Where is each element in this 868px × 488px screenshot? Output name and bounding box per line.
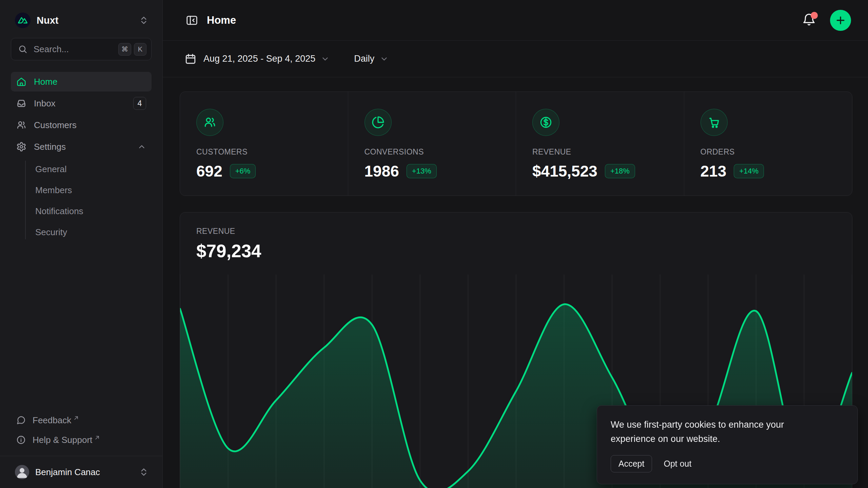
sidebar-item-label: Settings xyxy=(34,142,137,152)
chevron-up-icon xyxy=(137,142,146,151)
plus-icon xyxy=(835,15,846,26)
gear-icon xyxy=(16,142,26,152)
stat-icon-badge xyxy=(364,109,392,136)
avatar xyxy=(15,465,29,479)
opt-out-button[interactable]: Opt out xyxy=(664,459,691,469)
user-name: Benjamin Canac xyxy=(35,467,139,477)
sidebar-item-security[interactable]: Security xyxy=(35,222,152,243)
date-range-picker[interactable]: Aug 21, 2025 - Sep 4, 2025 xyxy=(184,53,330,65)
kbd-cmd: ⌘ xyxy=(118,43,131,56)
stat-revenue[interactable]: REVENUE $415,523 +18% xyxy=(516,92,684,196)
kbd-k: K xyxy=(134,43,146,56)
revenue-chart-total: $79,234 xyxy=(196,241,836,261)
revenue-chart-header: REVENUE $79,234 xyxy=(180,212,852,261)
header: Home xyxy=(163,0,868,41)
pie-chart-icon xyxy=(372,116,384,129)
sidebar-item-settings[interactable]: Settings xyxy=(11,137,152,157)
home-icon xyxy=(16,77,26,87)
notifications-button[interactable] xyxy=(802,13,818,28)
chevron-down-icon xyxy=(321,55,330,63)
sidebar-item-label: Home xyxy=(34,77,146,87)
stat-label: ORDERS xyxy=(701,147,836,157)
chevron-down-icon xyxy=(380,55,389,63)
sidebar-item-label: Inbox xyxy=(34,98,133,109)
sidebar-item-label: Customers xyxy=(34,120,146,130)
add-button[interactable] xyxy=(830,10,851,31)
search-placeholder: Search... xyxy=(34,44,116,55)
stat-icon-badge xyxy=(532,109,559,136)
stat-value: 1986 xyxy=(364,162,399,180)
user-strip: Benjamin Canac xyxy=(0,456,162,488)
feedback-link[interactable]: Feedback xyxy=(11,410,152,430)
accept-button[interactable]: Accept xyxy=(611,455,652,472)
sidebar-footer: Feedback Help & Support Benjamin Canac xyxy=(11,410,152,488)
sidebar: Nuxt Search... ⌘ K Home Inbox 4 Customer… xyxy=(0,0,163,488)
stat-value: 692 xyxy=(196,162,222,180)
stat-delta-badge: +18% xyxy=(605,164,635,178)
sidebar-item-customers[interactable]: Customers xyxy=(11,115,152,135)
stat-conversions[interactable]: CONVERSIONS 1986 +13% xyxy=(348,92,516,196)
users-icon xyxy=(16,120,26,130)
stat-value: 213 xyxy=(701,162,727,180)
stat-delta-badge: +14% xyxy=(734,164,764,178)
cookie-actions: Accept Opt out xyxy=(611,455,844,472)
sidebar-item-inbox[interactable]: Inbox 4 xyxy=(11,94,152,113)
inbox-count-badge: 4 xyxy=(133,97,146,110)
search-icon xyxy=(18,44,27,54)
stat-value: $415,523 xyxy=(532,162,597,180)
toolbar: Aug 21, 2025 - Sep 4, 2025 Daily xyxy=(163,41,868,77)
cookie-message: We use first-party cookies to enhance yo… xyxy=(611,418,814,446)
sidebar-item-notifications[interactable]: Notifications xyxy=(35,201,152,222)
settings-sub-list: General Members Notifications Security xyxy=(11,159,152,243)
page-title: Home xyxy=(207,14,236,26)
help-support-label: Help & Support xyxy=(33,435,92,445)
date-range-value: Aug 21, 2025 - Sep 4, 2025 xyxy=(203,54,315,64)
search-input[interactable]: Search... ⌘ K xyxy=(11,38,152,60)
interval-value: Daily xyxy=(354,54,374,64)
external-link-icon xyxy=(73,415,79,421)
users-icon xyxy=(203,116,216,129)
dollar-circle-icon xyxy=(539,116,552,129)
org-name: Nuxt xyxy=(37,15,139,26)
user-menu[interactable]: Benjamin Canac xyxy=(11,461,152,483)
stat-icon-badge xyxy=(196,109,223,136)
stat-customers[interactable]: CUSTOMERS 692 +6% xyxy=(180,92,348,196)
notification-dot xyxy=(811,12,818,19)
interval-select[interactable]: Daily xyxy=(354,54,389,64)
sidebar-item-general[interactable]: General xyxy=(35,159,152,180)
stats-card: CUSTOMERS 692 +6% CONVERSIONS 1986 +13% xyxy=(180,92,852,196)
chevrons-up-down-icon xyxy=(139,467,149,477)
info-circle-icon xyxy=(16,435,26,445)
sidebar-nav: Home Inbox 4 Customers Settings General … xyxy=(11,72,152,243)
stat-label: REVENUE xyxy=(532,147,668,157)
org-switcher[interactable]: Nuxt xyxy=(11,8,152,33)
external-link-icon xyxy=(94,435,100,441)
help-support-link[interactable]: Help & Support xyxy=(11,430,152,450)
chat-bubble-icon xyxy=(16,415,26,425)
feedback-label: Feedback xyxy=(33,415,71,426)
stat-label: CUSTOMERS xyxy=(196,147,332,157)
chevrons-up-down-icon xyxy=(139,15,149,25)
revenue-chart-label: REVENUE xyxy=(196,227,836,236)
stat-delta-badge: +13% xyxy=(407,164,437,178)
inbox-icon xyxy=(16,98,26,108)
cart-icon xyxy=(708,116,721,129)
panel-left-collapse-icon xyxy=(185,14,198,27)
sidebar-collapse-button[interactable] xyxy=(184,13,199,28)
sidebar-item-members[interactable]: Members xyxy=(35,180,152,201)
stat-orders[interactable]: ORDERS 213 +14% xyxy=(684,92,852,196)
sidebar-item-home[interactable]: Home xyxy=(11,72,152,92)
nuxt-logo-icon xyxy=(15,13,31,28)
stat-label: CONVERSIONS xyxy=(364,147,500,157)
header-actions xyxy=(802,10,851,31)
stat-icon-badge xyxy=(701,109,728,136)
stat-delta-badge: +6% xyxy=(230,164,256,178)
cookie-banner: We use first-party cookies to enhance yo… xyxy=(597,405,858,484)
calendar-icon xyxy=(184,53,197,65)
